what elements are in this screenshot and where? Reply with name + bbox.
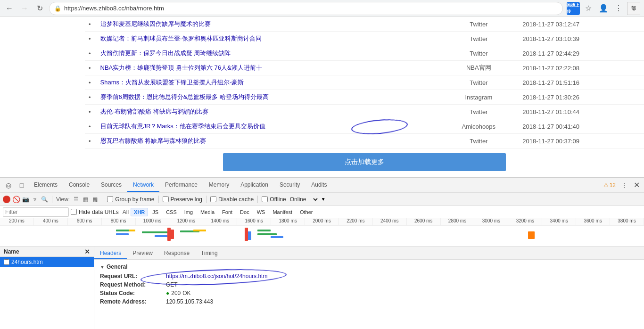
grid-view-button[interactable]: ▦ bbox=[81, 195, 90, 204]
table-row: • Shams：火箭从发展联盟签下锋卫摇摆人丹纽尔-豪斯 Twitter 201… bbox=[85, 75, 644, 90]
lock-icon: 🔒 bbox=[54, 5, 61, 12]
extension-button[interactable]: 拖拽上传 bbox=[567, 2, 580, 15]
devtools-tab-network[interactable]: Network bbox=[127, 179, 159, 192]
list-view-button[interactable]: ☰ bbox=[72, 195, 80, 204]
filter-type-font[interactable]: Font bbox=[219, 208, 236, 216]
devtools-close-button[interactable]: ✕ bbox=[631, 180, 642, 191]
news-title-cell[interactable]: 赛季前6周数据：恩比德总得分&总篮板最多 哈登场均得分最高 bbox=[97, 90, 439, 105]
bookmark-button[interactable]: ☆ bbox=[582, 2, 595, 15]
timeline-label: 1600 ms bbox=[237, 218, 271, 225]
news-title-cell[interactable]: 恩瓦巴右膝酸痛 将缺席与森林狼的比赛 bbox=[97, 134, 439, 148]
news-title-cell[interactable]: 追梦和麦基尼继续因伤缺席与魔术的比赛 bbox=[97, 17, 439, 32]
filter-type-other[interactable]: Other bbox=[297, 208, 316, 216]
filter-type-css[interactable]: CSS bbox=[163, 208, 180, 216]
screenshot-view-button[interactable]: ▩ bbox=[91, 195, 99, 204]
details-tab-response[interactable]: Response bbox=[158, 248, 195, 259]
request-checkbox[interactable] bbox=[4, 259, 9, 265]
news-title-cell[interactable]: 杰伦-布朗背部酸痛 将缺席与鹈鹕的比赛 bbox=[97, 105, 439, 119]
view-buttons: ☰ ▦ ▩ bbox=[72, 195, 99, 204]
filter-type-js[interactable]: JS bbox=[149, 208, 162, 216]
filter-input[interactable] bbox=[3, 207, 69, 217]
warning-icon: ⚠ bbox=[603, 182, 609, 189]
close-requests-button[interactable]: ✕ bbox=[84, 248, 90, 255]
status-code-value: 200 bbox=[171, 290, 181, 296]
details-panel: HeadersPreviewResponseTiming ▼ General R… bbox=[94, 247, 644, 329]
filter-button[interactable]: ▿ bbox=[31, 196, 39, 203]
search-button[interactable]: 🔍 bbox=[41, 196, 48, 203]
back-button[interactable]: ← bbox=[4, 3, 15, 14]
news-title-cell[interactable]: 欧媒记者：前马刺球员布兰登-保罗和奥林匹亚科斯商讨合同 bbox=[97, 32, 439, 46]
devtools-tab-console[interactable]: Console bbox=[63, 179, 95, 192]
timeline-label: 1000 ms bbox=[136, 218, 170, 225]
timeline-label: 800 ms bbox=[102, 218, 136, 225]
reload-button[interactable]: ↻ bbox=[34, 3, 45, 14]
disable-cache-label[interactable]: Disable cache bbox=[210, 196, 254, 203]
table-row: • 赛季前6周数据：恩比德总得分&总篮板最多 哈登场均得分最高 Instagra… bbox=[85, 90, 644, 105]
bullet-cell: • bbox=[85, 75, 97, 90]
devtools-tab-audits[interactable]: Audits bbox=[305, 179, 332, 192]
group-by-frame-checkbox[interactable] bbox=[107, 196, 113, 202]
news-title-cell[interactable]: Shams：火箭从发展联盟签下锋卫摇摆人丹纽尔-豪斯 bbox=[97, 75, 439, 90]
request-method-label: Request Method: bbox=[100, 281, 166, 288]
filter-bar: Hide data URLs All XHRJSCSSImgMediaFontD… bbox=[0, 206, 644, 218]
devtools-tab-memory[interactable]: Memory bbox=[203, 179, 235, 192]
preserve-log-checkbox[interactable] bbox=[163, 196, 169, 202]
hide-data-urls-checkbox[interactable] bbox=[71, 209, 77, 215]
filter-type-img[interactable]: Img bbox=[181, 208, 196, 216]
news-title-cell[interactable]: NBA实力榜：雄鹿强势登顶 勇士位列第六 76人&湖人进前十 bbox=[97, 61, 439, 75]
news-date-cell: 2018-11-27 03:10:39 bbox=[519, 32, 644, 46]
profile-button[interactable]: 👤 bbox=[597, 2, 610, 15]
table-row: • 追梦和麦基尼继续因伤缺席与魔术的比赛 Twitter 2018-11-27 … bbox=[85, 17, 644, 32]
table-row: • 火箭伤情更新：保罗今日出战成疑 周琦继续缺阵 Twitter 2018-11… bbox=[85, 46, 644, 61]
menu-button[interactable]: ⋮ bbox=[612, 2, 625, 15]
offline-checkbox[interactable] bbox=[262, 196, 268, 202]
devtools-tab-elements[interactable]: Elements bbox=[28, 179, 63, 192]
news-date-cell: 2018-11-27 00:37:09 bbox=[519, 134, 644, 148]
table-row: • 恩瓦巴右膝酸痛 将缺席与森林狼的比赛 Twitter 2018-11-27 … bbox=[85, 134, 644, 148]
devtools-tab-performance[interactable]: Performance bbox=[159, 179, 203, 192]
news-date-cell: 2018-11-27 00:41:40 bbox=[519, 119, 644, 134]
offline-label[interactable]: Offline bbox=[262, 196, 286, 203]
request-name: 24hours.htm bbox=[11, 259, 43, 265]
timeline-label: 600 ms bbox=[68, 218, 102, 225]
details-tab-headers[interactable]: Headers bbox=[94, 248, 127, 259]
details-tab-timing[interactable]: Timing bbox=[195, 248, 223, 259]
browser-bar: ← → ↻ 🔒 https://news.zhibo8.cc/nba/more.… bbox=[0, 0, 644, 17]
timeline-label: 3400 ms bbox=[542, 218, 576, 225]
filter-type-doc[interactable]: Doc bbox=[237, 208, 253, 216]
devtools-inspect-button[interactable]: ◎ bbox=[2, 179, 15, 192]
devtools-more-button[interactable]: ⋮ bbox=[618, 179, 631, 192]
triangle-icon: ▼ bbox=[100, 264, 105, 270]
load-more-button[interactable]: 点击加载更多 bbox=[223, 153, 506, 171]
group-by-frame-label[interactable]: Group by frame bbox=[107, 196, 154, 203]
record-button[interactable] bbox=[3, 196, 10, 203]
preserve-log-label[interactable]: Preserve log bbox=[163, 196, 202, 203]
camera-button[interactable]: 📷 bbox=[22, 196, 29, 203]
request-url-label: Request URL: bbox=[100, 273, 166, 280]
devtools-toggle-button[interactable]: □ bbox=[15, 179, 28, 192]
clear-button[interactable]: 🚫 bbox=[12, 196, 20, 203]
request-item[interactable]: 24hours.htm bbox=[0, 257, 94, 267]
news-source-cell: Twitter bbox=[438, 134, 519, 148]
filter-type-ws[interactable]: WS bbox=[254, 208, 269, 216]
address-bar[interactable]: 🔒 https://news.zhibo8.cc/nba/more.htm bbox=[49, 2, 563, 15]
extension-panel-button[interactable]: 部 bbox=[627, 2, 640, 15]
throttle-select[interactable]: Online Fast 3G Slow 3G Offline bbox=[288, 196, 319, 203]
filter-types: XHRJSCSSImgMediaFontDocWSManifestOther bbox=[131, 208, 316, 216]
news-title-cell[interactable]: 目前无球队有意JR？Marks：他在赛季结束后会更具交易价值 bbox=[97, 119, 439, 134]
requests-header: Name ✕ bbox=[0, 247, 94, 257]
main-content: • 追梦和麦基尼继续因伤缺席与魔术的比赛 Twitter 2018-11-27 … bbox=[0, 17, 644, 177]
news-title-cell[interactable]: 火箭伤情更新：保罗今日出战成疑 周琦继续缺阵 bbox=[97, 46, 439, 61]
filter-type-xhr[interactable]: XHR bbox=[131, 208, 148, 216]
filter-type-media[interactable]: Media bbox=[197, 208, 218, 216]
status-code-label: Status Code: bbox=[100, 290, 166, 296]
disable-cache-checkbox[interactable] bbox=[210, 196, 216, 202]
devtools-tab-sources[interactable]: Sources bbox=[95, 179, 127, 192]
details-tab-preview[interactable]: Preview bbox=[127, 248, 158, 259]
filter-type-manifest[interactable]: Manifest bbox=[269, 208, 296, 216]
forward-button[interactable]: → bbox=[19, 3, 30, 14]
devtools-tab-security[interactable]: Security bbox=[274, 179, 305, 192]
devtools-tab-application[interactable]: Application bbox=[235, 179, 274, 192]
request-url-row: Request URL: https://m.zhibo8.cc/json/ho… bbox=[100, 273, 638, 280]
hide-data-urls-label[interactable]: Hide data URLs bbox=[71, 209, 119, 215]
